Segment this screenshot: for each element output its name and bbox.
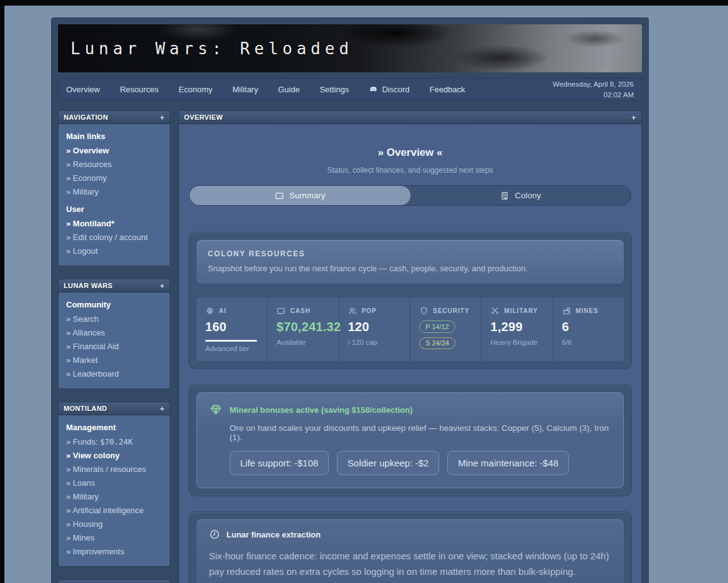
sidebar-item-ai[interactable]: Artificial intelligence bbox=[66, 503, 162, 517]
nav-guide[interactable]: Guide bbox=[265, 85, 300, 94]
sidebar-item-funds[interactable]: Funds: $70.24K bbox=[66, 435, 162, 448]
chip-life-support: Life support: -$108 bbox=[230, 451, 329, 475]
sidebar-item-loans[interactable]: Loans bbox=[66, 476, 162, 489]
sidebar-item-leaderboard[interactable]: Leaderboard bbox=[66, 367, 162, 380]
collapse-toggle-icon[interactable]: + bbox=[160, 282, 165, 290]
sidebar-item-military[interactable]: Military bbox=[66, 185, 162, 198]
sidebar-item-view-colony[interactable]: View colony bbox=[66, 448, 162, 462]
collapse-toggle-icon[interactable]: + bbox=[160, 405, 165, 413]
stat-cell-security: SECURITY P 14/12 S 24/24 bbox=[410, 298, 482, 361]
nav-discord-label: Discord bbox=[382, 85, 409, 94]
stat-value: $70,241.32 bbox=[276, 320, 329, 334]
current-time: 02:02 AM bbox=[553, 90, 634, 100]
panel-header-overview[interactable]: OVERVIEW + bbox=[178, 110, 642, 124]
gem-icon bbox=[210, 403, 222, 416]
tab-colony[interactable]: Colony bbox=[410, 186, 631, 205]
nav-settings[interactable]: Settings bbox=[306, 85, 349, 94]
tab-summary-label: Summary bbox=[289, 191, 326, 200]
bonus-description: Ore on hand scales your discounts and up… bbox=[230, 423, 611, 442]
nav-discord[interactable]: Discord bbox=[356, 85, 409, 94]
panel-title: NAVIGATION bbox=[64, 113, 108, 121]
nav-links: Overview Resources Economy Military Guid… bbox=[66, 85, 465, 94]
app-window: Lunar Wars: Reloaded Overview Resources … bbox=[51, 17, 649, 583]
collapse-toggle-icon[interactable]: + bbox=[631, 113, 636, 122]
stat-cell-ai: AI 160 Advanced tier bbox=[197, 298, 268, 361]
panel-header-navigation[interactable]: NAVIGATION + bbox=[58, 110, 170, 124]
view-tabs: Summary Colony bbox=[189, 185, 631, 206]
sidebar-item-military-mgmt[interactable]: Military bbox=[66, 489, 162, 503]
sidebar-item-improvements[interactable]: Improvements bbox=[66, 544, 162, 558]
stat-cell-cash: CASH $70,241.32 Available bbox=[268, 298, 339, 361]
wallet-icon bbox=[276, 306, 286, 316]
window-frame-left bbox=[0, 0, 4, 583]
stat-sub: Heavy Brigade bbox=[490, 339, 543, 346]
sidebar-item-financial-aid[interactable]: Financial Aid bbox=[66, 339, 162, 353]
finance-box: Lunar finance extraction Six-hour financ… bbox=[197, 519, 624, 583]
soldier-badge: S 24/24 bbox=[419, 337, 455, 350]
sidebar-item-resources[interactable]: Resources bbox=[66, 157, 162, 171]
nav-resources[interactable]: Resources bbox=[107, 85, 158, 94]
nav-economy[interactable]: Economy bbox=[165, 85, 212, 94]
mine-factory-icon bbox=[562, 306, 571, 316]
panel-header-montiland[interactable]: MONTILAND + bbox=[58, 402, 170, 415]
sidebar-item-mines[interactable]: Mines bbox=[66, 531, 162, 544]
panel-title: MONTILAND bbox=[64, 405, 107, 412]
sidebar-panel-montiland: MONTILAND + Management Funds: $70.24K Vi… bbox=[58, 402, 170, 567]
group-heading: User bbox=[66, 205, 162, 214]
stat-value: 6 bbox=[562, 320, 615, 334]
collapse-toggle-icon[interactable]: + bbox=[160, 113, 165, 122]
sidebar-item-search[interactable]: Search bbox=[66, 312, 162, 325]
tab-summary[interactable]: Summary bbox=[190, 186, 410, 205]
sidebar-item-alliances[interactable]: Alliances bbox=[66, 325, 162, 339]
mineral-bonuses-box: Mineral bonuses active (saving $158/coll… bbox=[197, 392, 624, 488]
sidebar-item-housing[interactable]: Housing bbox=[66, 517, 162, 531]
panel-title: LUNAR WARS bbox=[64, 282, 113, 289]
finance-description: Six-hour finance cadence: income and exp… bbox=[209, 549, 611, 580]
stat-cell-pop: POP 120 / 120 cap bbox=[339, 298, 410, 361]
sidebar-panel-navigation: NAVIGATION + Main links Overview Resourc… bbox=[58, 110, 170, 266]
group-heading: Management bbox=[66, 423, 162, 432]
sidebar-item-market[interactable]: Market bbox=[66, 353, 162, 367]
sidebar-item-username[interactable]: Montiland* bbox=[66, 216, 162, 230]
tab-colony-label: Colony bbox=[515, 191, 541, 200]
stats-row: AI 160 Advanced tier CASH $70,241.32 bbox=[197, 298, 624, 361]
discord-icon bbox=[369, 85, 378, 94]
stat-value: 1,299 bbox=[490, 320, 543, 334]
stat-value: 120 bbox=[348, 320, 401, 334]
stat-cell-mines: MINES 6 6/6 bbox=[553, 298, 624, 361]
banner: Lunar Wars: Reloaded bbox=[58, 24, 642, 72]
datetime: Wednesday, April 8, 2026 02:02 AM bbox=[553, 79, 634, 100]
wallet-icon bbox=[274, 191, 284, 201]
mineral-bonuses-card: Mineral bonuses active (saving $158/coll… bbox=[189, 385, 631, 496]
chip-icon bbox=[205, 306, 215, 316]
nav-feedback[interactable]: Feedback bbox=[416, 85, 465, 94]
sidebar-item-overview[interactable]: Overview bbox=[66, 143, 162, 157]
panel-title: OVERVIEW bbox=[184, 113, 223, 121]
window-frame-top bbox=[0, 0, 728, 6]
panel-header-lunar-wars[interactable]: LUNAR WARS + bbox=[58, 279, 170, 292]
sidebar-item-edit-colony[interactable]: Edit colony / account bbox=[66, 230, 162, 244]
bonus-chips: Life support: -$108 Soldier upkeep: -$2 … bbox=[230, 451, 611, 475]
stat-sub: Advanced tier bbox=[205, 345, 258, 352]
section-title: COLONY RESOURCES bbox=[208, 249, 613, 258]
sidebar-item-economy[interactable]: Economy bbox=[66, 171, 162, 185]
building-icon bbox=[500, 191, 510, 201]
crossed-swords-icon bbox=[490, 306, 500, 316]
sidebar-item-minerals[interactable]: Minerals / resources bbox=[66, 462, 162, 476]
colony-resources-card: COLONY RESOURCES Snapshot before you run… bbox=[189, 233, 631, 369]
stat-value: 160 bbox=[205, 320, 258, 334]
page-title: » Overview « bbox=[189, 147, 631, 159]
colony-resources-header: COLONY RESOURCES Snapshot before you run… bbox=[197, 240, 624, 284]
current-date: Wednesday, April 8, 2026 bbox=[553, 79, 634, 90]
game-title: Lunar Wars: Reloaded bbox=[70, 39, 353, 58]
stat-cell-military: MILITARY 1,299 Heavy Brigade bbox=[482, 298, 553, 361]
sidebar: NAVIGATION + Main links Overview Resourc… bbox=[58, 110, 170, 583]
nav-overview[interactable]: Overview bbox=[66, 85, 100, 94]
group-heading: Main links bbox=[66, 132, 162, 141]
nav-military[interactable]: Military bbox=[220, 85, 258, 94]
stat-sub: Available bbox=[276, 339, 329, 346]
shield-icon bbox=[419, 306, 429, 316]
stat-sub: 6/6 bbox=[562, 339, 615, 346]
panel-header-help[interactable]: HELP + bbox=[58, 579, 170, 583]
sidebar-item-logout[interactable]: Logout bbox=[66, 244, 162, 258]
